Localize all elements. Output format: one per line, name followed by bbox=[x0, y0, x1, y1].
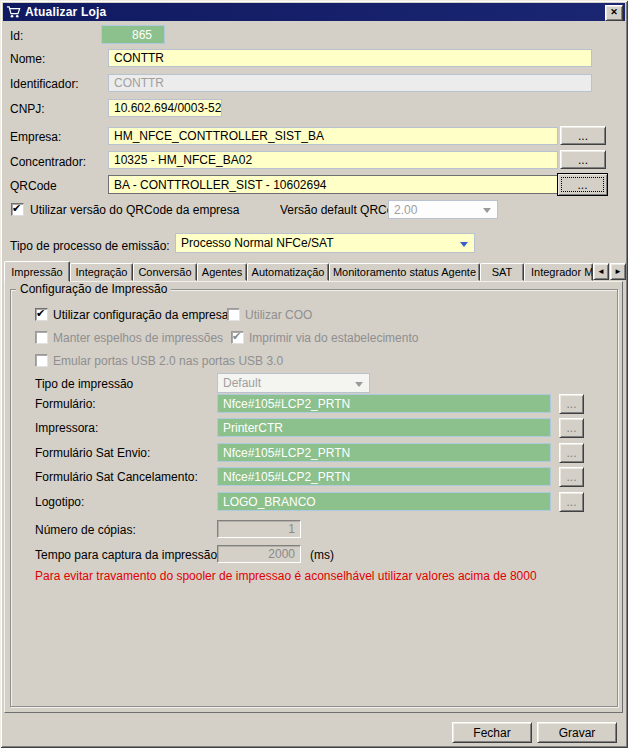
utilizar-coo-checkbox bbox=[227, 308, 240, 321]
window-title: Atualizar Loja bbox=[25, 5, 106, 19]
manter-espelhos-label: Manter espelhos de impressões bbox=[53, 331, 223, 345]
tab-agentes[interactable]: Agentes bbox=[197, 263, 247, 281]
tab-monitoramento-status-agente[interactable]: Monitoramento status Agente bbox=[329, 263, 480, 281]
formulario-sat-envio-field: Nfce#105#LCP2_PRTN bbox=[217, 443, 551, 462]
utilizar-versao-qrcode-checkbox[interactable] bbox=[11, 203, 24, 216]
nome-input[interactable]: CONTTR bbox=[108, 49, 592, 67]
imprimir-via-checkbox bbox=[231, 331, 244, 344]
tab-scroll-right-icon[interactable]: ► bbox=[610, 263, 626, 280]
tipo-impressao-label: Tipo de impressão bbox=[35, 377, 133, 391]
cnpj-label: CNPJ: bbox=[10, 102, 45, 116]
identificador-label: Identificador: bbox=[10, 77, 79, 91]
utilizar-config-empresa-checkbox[interactable] bbox=[35, 308, 48, 321]
formulario-field: Nfce#105#LCP2_PRTN bbox=[217, 394, 551, 413]
tab-integrador-mi[interactable]: Integrador MI bbox=[524, 263, 593, 281]
impressora-label: Impressora: bbox=[35, 421, 98, 435]
tipo-impressao-value: Default bbox=[223, 376, 261, 390]
groupbox-title: Configuração de Impressão bbox=[16, 282, 171, 296]
tab-scroll-left-icon[interactable]: ◄ bbox=[593, 263, 609, 280]
formulario-browse-button[interactable]: ... bbox=[559, 394, 584, 414]
formulario-label: Formulário: bbox=[35, 397, 96, 411]
close-icon[interactable]: ✕ bbox=[605, 5, 623, 21]
formulario-sat-envio-label: Formulário Sat Envio: bbox=[35, 446, 150, 460]
tab-integracao[interactable]: Integração bbox=[70, 263, 133, 281]
tempo-captura-unit: (ms) bbox=[310, 548, 334, 562]
utilizar-versao-qrcode-label: Utilizar versão do QRCode da empresa bbox=[30, 203, 239, 217]
utilizar-coo-label: Utilizar COO bbox=[245, 308, 312, 322]
spooler-warning-text: Para evitar travamento do spooler de imp… bbox=[35, 569, 537, 583]
qrcode-browse-button[interactable]: ... bbox=[557, 173, 608, 196]
tab-conversao[interactable]: Conversão bbox=[133, 263, 197, 281]
tempo-captura-label: Tempo para captura da impressão: bbox=[35, 548, 220, 562]
id-field: 865 bbox=[101, 25, 165, 44]
identificador-input: CONTTR bbox=[108, 74, 592, 92]
tipo-impressao-select: Default bbox=[217, 373, 370, 393]
logotipo-field: LOGO_BRANCO bbox=[217, 492, 551, 511]
versao-default-value: 2.00 bbox=[394, 203, 417, 217]
concentrador-label: Concentrador: bbox=[10, 155, 86, 169]
chevron-down-icon bbox=[483, 208, 491, 213]
qrcode-label: QRCode bbox=[10, 179, 57, 193]
empresa-label: Empresa: bbox=[10, 130, 61, 144]
emular-usb-label: Emular portas USB 2.0 nas portas USB 3.0 bbox=[53, 354, 283, 368]
nome-label: Nome: bbox=[10, 52, 45, 66]
tempo-captura-input: 2000 bbox=[217, 545, 301, 563]
shopping-cart-icon bbox=[6, 5, 21, 19]
tab-automatizacao[interactable]: Automatização bbox=[247, 263, 329, 281]
utilizar-config-empresa-label: Utilizar configuração da empresa bbox=[53, 308, 228, 322]
tab-strip: Impressão Integração Conversão Agentes A… bbox=[4, 260, 593, 281]
imprimir-via-label: Imprimir via do estabelecimento bbox=[249, 331, 418, 345]
impressora-field: PrinterCTR bbox=[217, 418, 551, 437]
logotipo-label: Logotipo: bbox=[35, 495, 84, 509]
formulario-sat-envio-browse-button[interactable]: ... bbox=[559, 443, 584, 463]
chevron-down-icon bbox=[460, 242, 468, 247]
numero-copias-label: Número de cópias: bbox=[35, 523, 136, 537]
dialog-atualizar-loja: Atualizar Loja ✕ Id: 865 Nome: CONTTR Id… bbox=[0, 0, 628, 748]
tipo-processo-value: Processo Normal NFCe/SAT bbox=[181, 236, 333, 250]
qrcode-input[interactable]: BA - CONTTROLLER_SIST - 10602694 bbox=[108, 175, 558, 194]
tab-impressao[interactable]: Impressão bbox=[4, 261, 70, 282]
fechar-button[interactable]: Fechar bbox=[452, 722, 532, 743]
formulario-sat-cancelamento-label: Formulário Sat Cancelamento: bbox=[35, 470, 198, 484]
empresa-input[interactable]: HM_NFCE_CONTTROLLER_SIST_BA bbox=[108, 127, 558, 145]
emular-usb-checkbox bbox=[35, 354, 48, 367]
manter-espelhos-checkbox bbox=[35, 331, 48, 344]
cnpj-input[interactable]: 10.602.694/0003-52 bbox=[108, 99, 222, 117]
concentrador-input[interactable]: 10325 - HM_NFCE_BA02 bbox=[108, 151, 558, 169]
tipo-processo-label: Tipo de processo de emissão: bbox=[10, 239, 170, 253]
logotipo-browse-button[interactable]: ... bbox=[559, 492, 584, 512]
tipo-processo-select[interactable]: Processo Normal NFCe/SAT bbox=[175, 233, 475, 253]
concentrador-browse-button[interactable]: ... bbox=[560, 150, 606, 169]
id-label: Id: bbox=[10, 29, 23, 43]
title-bar[interactable]: Atualizar Loja bbox=[3, 3, 625, 21]
gravar-button[interactable]: Gravar bbox=[537, 722, 617, 743]
versao-default-select: 2.00 bbox=[388, 200, 498, 219]
tab-sat[interactable]: SAT bbox=[480, 263, 524, 281]
numero-copias-input: 1 bbox=[217, 520, 301, 538]
formulario-sat-cancelamento-field: Nfce#105#LCP2_PRTN bbox=[217, 467, 551, 486]
empresa-browse-button[interactable]: ... bbox=[560, 126, 606, 145]
chevron-down-icon bbox=[355, 382, 363, 387]
formulario-sat-cancelamento-browse-button[interactable]: ... bbox=[559, 467, 584, 487]
impressora-browse-button[interactable]: ... bbox=[559, 418, 584, 438]
